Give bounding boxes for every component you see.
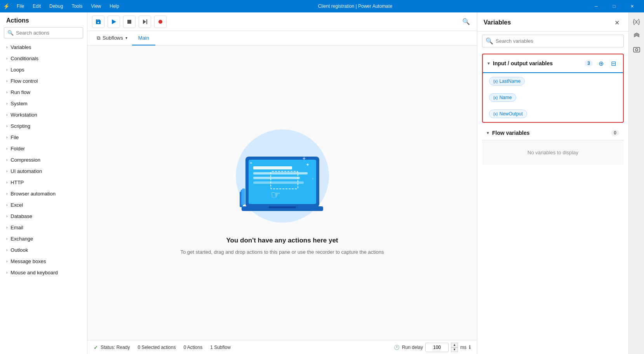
action-item-compression[interactable]: › Compression <box>0 154 87 166</box>
delay-stepper: ▲ ▼ <box>451 343 458 352</box>
action-item-http[interactable]: › HTTP <box>0 177 87 188</box>
empty-state-title: You don't have any actions here yet <box>181 237 384 244</box>
action-item-mouse-keyboard[interactable]: › Mouse and keyboard <box>0 267 87 278</box>
layers-icon-button[interactable] <box>630 30 643 42</box>
selected-actions-count: 0 Selected actions <box>138 345 176 350</box>
add-variable-button[interactable]: ⊕ <box>596 58 606 68</box>
variables-icon-button[interactable]: {x} <box>630 16 643 28</box>
action-item-outlook[interactable]: › Outlook <box>0 244 87 256</box>
action-label: HTTP <box>10 180 24 185</box>
action-item-ui-automation[interactable]: › UI automation <box>0 166 87 177</box>
action-item-browser-automation[interactable]: › Browser automation <box>0 188 87 199</box>
action-item-system[interactable]: › System <box>0 98 87 109</box>
variable-badge-name[interactable]: {x} Name <box>489 93 516 102</box>
chevron-right-icon: › <box>6 101 7 106</box>
flow-variables-section: ▾ Flow variables 0 No variables to displ… <box>482 126 624 165</box>
action-item-message-boxes[interactable]: › Message boxes <box>0 256 87 267</box>
chevron-right-icon: › <box>6 237 7 241</box>
menu-edit[interactable]: Edit <box>29 2 45 10</box>
close-button[interactable]: ✕ <box>623 0 641 12</box>
search-actions-input[interactable] <box>16 30 80 36</box>
menu-tools[interactable]: Tools <box>68 2 86 10</box>
action-label: Browser automation <box>10 191 56 197</box>
minimize-button[interactable]: ─ <box>587 0 605 12</box>
svg-text:✦: ✦ <box>312 177 314 181</box>
action-item-email[interactable]: › Email <box>0 222 87 233</box>
run-button[interactable] <box>108 16 120 28</box>
action-label: Flow control <box>10 78 38 84</box>
next-step-button[interactable] <box>139 16 151 28</box>
action-label: Folder <box>10 146 25 152</box>
variable-name: {x} Name <box>483 89 623 106</box>
action-item-conditionals[interactable]: › Conditionals <box>0 53 87 64</box>
info-icon[interactable]: ℹ <box>469 344 471 350</box>
action-item-flow-control[interactable]: › Flow control <box>0 75 87 87</box>
menu-file[interactable]: File <box>13 2 28 10</box>
svg-text:✦: ✦ <box>302 155 306 162</box>
svg-point-23 <box>635 49 638 51</box>
actions-list: › Variables › Conditionals › Loops › Flo… <box>0 42 87 354</box>
search-variables-input[interactable] <box>496 38 620 44</box>
filter-button[interactable]: ⊟ <box>608 58 618 68</box>
action-item-file[interactable]: › File <box>0 132 87 143</box>
stop-button[interactable] <box>123 16 136 28</box>
variables-panel-title: Variables <box>484 19 611 26</box>
chevron-right-icon: › <box>6 124 7 128</box>
action-item-loops[interactable]: › Loops <box>0 64 87 75</box>
menu-help[interactable]: Help <box>106 2 123 10</box>
status-label: Status: Ready <box>101 345 130 350</box>
maximize-button[interactable]: □ <box>605 0 623 12</box>
variable-icon: {x} <box>493 96 498 100</box>
action-item-excel[interactable]: › Excel <box>0 199 87 211</box>
variables-close-button[interactable]: ✕ <box>611 17 622 28</box>
variables-search-box[interactable]: 🔍 <box>482 35 624 47</box>
search-actions-box[interactable]: 🔍 <box>4 27 83 38</box>
svg-point-4 <box>158 20 162 24</box>
chevron-down-icon: ▾ <box>487 130 489 136</box>
record-button[interactable] <box>154 16 167 28</box>
action-item-variables[interactable]: › Variables <box>0 42 87 53</box>
stepper-up-button[interactable]: ▲ <box>451 343 458 347</box>
variable-badge-lastname[interactable]: {x} LastName <box>489 77 525 85</box>
action-item-exchange[interactable]: › Exchange <box>0 233 87 244</box>
laptop-illustration: ☞ ✦ ✦ ✦ ✦ <box>234 145 331 223</box>
svg-rect-10 <box>253 181 304 184</box>
action-item-run-flow[interactable]: › Run flow <box>0 87 87 98</box>
toolbar: 🔍 <box>87 12 477 31</box>
action-label: Database <box>10 213 32 219</box>
action-label: Scripting <box>10 123 30 129</box>
action-item-workstation[interactable]: › Workstation <box>0 109 87 120</box>
stepper-down-button[interactable]: ▼ <box>451 347 458 352</box>
input-output-variables-section: ▾ Input / output variables 3 ⊕ ⊟ {x} Las… <box>482 54 624 123</box>
menu-view[interactable]: View <box>87 2 105 10</box>
actions-count: 0 Actions <box>183 345 202 350</box>
tab-main[interactable]: Main <box>132 31 155 45</box>
search-button[interactable]: 🔍 <box>460 16 472 28</box>
action-item-folder[interactable]: › Folder <box>0 143 87 154</box>
variable-badge-newoutput[interactable]: {x} NewOutput <box>489 110 527 118</box>
chevron-down-icon: ▾ <box>125 36 127 40</box>
chevron-right-icon: › <box>6 68 7 72</box>
run-delay-input[interactable] <box>425 343 449 352</box>
chevron-right-icon: › <box>6 56 7 61</box>
save-button[interactable] <box>92 16 104 28</box>
chevron-right-icon: › <box>6 248 7 252</box>
window-title: Client registration | Power Automate <box>123 3 587 9</box>
run-delay-control: 🕐 Run delay ▲ ▼ ms ℹ <box>394 343 471 352</box>
flow-variables-header[interactable]: ▾ Flow variables 0 <box>482 126 624 140</box>
action-item-scripting[interactable]: › Scripting <box>0 120 87 132</box>
status-ready: ✓ Status: Ready <box>94 344 130 351</box>
chevron-right-icon: › <box>6 158 7 162</box>
tab-subflows[interactable]: ⧉ Subflows ▾ <box>92 31 132 45</box>
input-output-section-header[interactable]: ▾ Input / output variables 3 ⊕ ⊟ <box>483 54 623 73</box>
image-icon-button[interactable] <box>630 44 643 56</box>
svg-rect-7 <box>253 166 292 169</box>
svg-marker-0 <box>112 19 116 24</box>
menu-bar: File Edit Debug Tools View Help <box>13 2 123 10</box>
svg-rect-16 <box>242 188 245 205</box>
status-icon: ✓ <box>94 344 98 351</box>
action-label: Exchange <box>10 236 33 242</box>
menu-debug[interactable]: Debug <box>45 2 67 10</box>
subflows-icon: ⧉ <box>97 35 100 41</box>
action-item-database[interactable]: › Database <box>0 211 87 222</box>
